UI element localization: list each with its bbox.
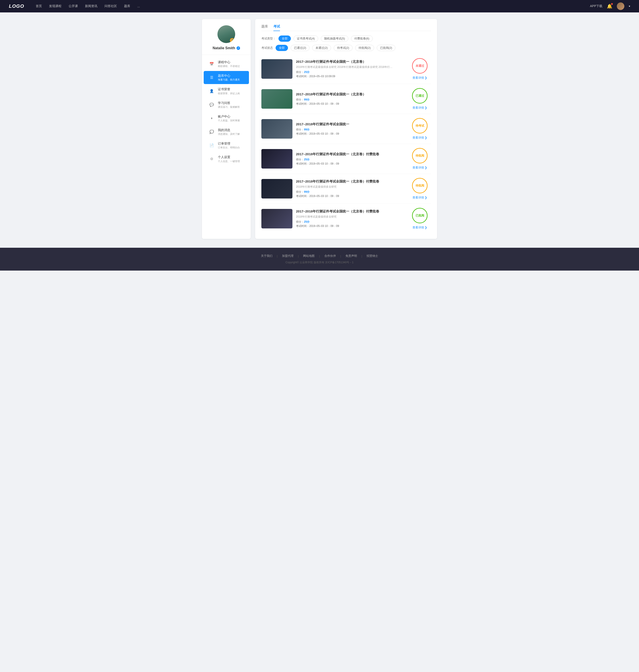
filter-status-row: 考试状态 全部已通过(2)未通过(2)待考试(2)待批阅(2)已批阅(2) bbox=[261, 45, 431, 51]
footer-link-1[interactable]: 加盟代理 bbox=[282, 254, 294, 258]
content-tab-bar: 题库 考试 bbox=[261, 25, 431, 31]
sidebar-item-subtitle-course: 精彩课程、不容错过 bbox=[218, 65, 245, 68]
exam-title-4: 2017–2018年行测证件考试全国统一（北京卷）付费批卷 bbox=[296, 179, 405, 183]
main-wrapper: 🏅 Natalie Smith ✓ 📅 课程中心 精彩课程、不容错过 ☰ 题库中… bbox=[198, 19, 441, 239]
exam-item-1: 2017–2018年行测证件考试全国统一（北京卷） 得分：99分 考试时间：20… bbox=[261, 84, 431, 114]
navbar: LOGO 首页 发现课程 公开课 新闻资讯 问答社区 题库 ... APP下载 … bbox=[0, 0, 639, 12]
filter-type-btn-3[interactable]: 付费批卷(6) bbox=[351, 35, 373, 42]
sidebar-item-subtitle-question-bank: 海量习题、助力通关 bbox=[218, 78, 245, 81]
exam-item-4: 2017–2018年行测证件考试全国统一（北京卷）付费批卷 2018年行测考试是… bbox=[261, 174, 431, 204]
exam-detail-link-1[interactable]: 查看详情 ❯ bbox=[412, 106, 427, 110]
footer-link-5[interactable]: 招贤纳士 bbox=[367, 254, 378, 258]
exam-thumb-5 bbox=[261, 209, 293, 228]
footer-link-2[interactable]: 网站地图 bbox=[303, 254, 315, 258]
sidebar-item-qa[interactable]: 💬 学习问答 课后温习、疑难解答 bbox=[204, 98, 249, 111]
nav-courses[interactable]: 发现课程 bbox=[49, 4, 61, 8]
sidebar-item-certificate[interactable]: 👤 证书荣誉 收获荣誉、持证上岗 bbox=[204, 84, 249, 98]
exam-meta-4: 得分：99分 考试时间：2019–05–03 10：09：09 bbox=[296, 190, 405, 198]
tab-exam[interactable]: 考试 bbox=[274, 25, 280, 31]
nav-question-bank[interactable]: 题库 bbox=[124, 4, 130, 8]
exam-meta-3: 得分：25分 考试时间：2019–05–03 10：09：09 bbox=[296, 158, 405, 166]
sidebar-avatar: 🏅 bbox=[217, 25, 235, 43]
exam-action-2: 待考试 查看详情 ❯ bbox=[409, 118, 431, 140]
sidebar-item-subtitle-orders: 订单支出、明明白白 bbox=[218, 146, 245, 149]
sidebar-item-account[interactable]: ♦ 账户中心 个人权益、实时掌握 bbox=[204, 112, 249, 125]
sidebar-item-subtitle-settings: 个人信息、一键管理 bbox=[218, 160, 245, 163]
exam-time-5: 考试时间：2019–05–03 10：09：09 bbox=[296, 224, 405, 228]
exam-detail-link-4[interactable]: 查看详情 ❯ bbox=[412, 196, 427, 199]
user-avatar[interactable] bbox=[617, 2, 624, 10]
filter-status-btn-5[interactable]: 已批阅(2) bbox=[377, 45, 395, 51]
exam-detail-link-0[interactable]: 查看详情 ❯ bbox=[412, 76, 427, 80]
footer-link-0[interactable]: 关于我们 bbox=[261, 254, 272, 258]
footer-divider-2: | bbox=[298, 254, 299, 258]
exam-thumb-3 bbox=[261, 149, 293, 169]
exam-time-4: 考试时间：2019–05–03 10：09：09 bbox=[296, 194, 405, 198]
filter-status-btn-2[interactable]: 未通过(2) bbox=[312, 45, 331, 51]
exam-desc-4: 2018年行测考试是最值得多去研究 bbox=[296, 185, 405, 189]
nav-qa[interactable]: 问答社区 bbox=[105, 4, 117, 8]
footer: 关于我们|加盟代理|网站地图|合作伙伴|免责声明|招贤纳士 Copyright©… bbox=[0, 248, 639, 271]
sidebar-item-title-question-bank: 题库中心 bbox=[218, 74, 245, 78]
exam-desc-0: 2018年行测考试是最值得多去研究 2018年行测考试是最值得多去研究 2018… bbox=[296, 65, 405, 69]
exam-info-3: 2017–2018年行测证件考试全国统一（北京卷）付费批卷 得分：25分 考试时… bbox=[296, 152, 405, 166]
sidebar-item-orders[interactable]: 📄 订单管理 订单支出、明明白白 bbox=[204, 139, 249, 152]
username-text: Natalie Smith bbox=[213, 46, 235, 50]
exam-meta-5: 得分：25分 考试时间：2019–05–03 10：09：09 bbox=[296, 220, 405, 228]
filter-type-btn-1[interactable]: 证书类考试(4) bbox=[294, 35, 318, 42]
sidebar-item-subtitle-qa: 课后温习、疑难解答 bbox=[218, 105, 245, 109]
footer-divider-3: | bbox=[319, 254, 320, 258]
filter-status-btn-1[interactable]: 已通过(2) bbox=[291, 45, 310, 51]
exam-stamp-5: 已批阅 bbox=[412, 208, 427, 223]
sidebar-item-subtitle-messages: 消息通知、及时了解 bbox=[218, 132, 245, 136]
filter-status-btn-0[interactable]: 全部 bbox=[276, 45, 288, 51]
exam-detail-link-2[interactable]: 查看详情 ❯ bbox=[412, 136, 427, 140]
sidebar-item-title-account: 账户中心 bbox=[218, 114, 245, 118]
filter-status-btn-3[interactable]: 待考试(2) bbox=[334, 45, 353, 51]
sidebar-item-settings[interactable]: ⚙ 个人设置 个人信息、一键管理 bbox=[204, 153, 249, 165]
content-area: 题库 考试 考试类型： 全部证书类考试(4)随机抽题考试(5)付费批卷(6) 考… bbox=[255, 19, 437, 239]
nav-open-course[interactable]: 公开课 bbox=[68, 4, 78, 8]
exam-stamp-1: 已通过 bbox=[412, 88, 427, 103]
sidebar-item-course[interactable]: 📅 课程中心 精彩课程、不容错过 bbox=[204, 58, 249, 70]
sidebar-item-messages[interactable]: 💭 我的消息 消息通知、及时了解 bbox=[204, 125, 249, 139]
qa-icon: 💬 bbox=[208, 101, 215, 108]
footer-divider-5: | bbox=[361, 254, 362, 258]
exam-list: 2017–2018年行测证件考试全国统一（北京卷） 2018年行测考试是最值得多… bbox=[261, 54, 431, 234]
app-download-link[interactable]: APP下载 bbox=[590, 4, 603, 8]
user-menu-chevron[interactable]: ▾ bbox=[629, 5, 630, 8]
exam-item-5: 2017–2018年行测证件考试全国统一（北京卷）付费批卷 2018年行测考试是… bbox=[261, 204, 431, 234]
footer-link-3[interactable]: 合作伙伴 bbox=[324, 254, 336, 258]
exam-detail-link-3[interactable]: 查看详情 ❯ bbox=[412, 166, 427, 170]
exam-info-5: 2017–2018年行测证件考试全国统一（北京卷）付费批卷 2018年行测考试是… bbox=[296, 209, 405, 228]
exam-item-3: 2017–2018年行测证件考试全国统一（北京卷）付费批卷 得分：25分 考试时… bbox=[261, 144, 431, 174]
notification-bell[interactable]: 🔔 bbox=[607, 3, 612, 9]
settings-icon: ⚙ bbox=[208, 156, 215, 163]
sidebar-item-question-bank[interactable]: ☰ 题库中心 海量习题、助力通关 bbox=[204, 71, 249, 84]
sidebar-item-title-messages: 我的消息 bbox=[218, 128, 245, 132]
exam-info-2: 2017–2018年行测证件考试全国统一 得分：99分 考试时间：2019–05… bbox=[296, 122, 405, 136]
sidebar-item-subtitle-certificate: 收获荣誉、持证上岗 bbox=[218, 92, 245, 95]
sidebar-item-title-certificate: 证书荣誉 bbox=[218, 87, 245, 91]
nav-home[interactable]: 首页 bbox=[36, 4, 42, 8]
exam-meta-1: 得分：99分 考试时间：2019–05–03 10：09：09 bbox=[296, 98, 405, 106]
exam-detail-link-5[interactable]: 查看详情 ❯ bbox=[412, 226, 427, 229]
exam-action-5: 已批阅 查看详情 ❯ bbox=[409, 208, 431, 229]
navbar-right: APP下载 🔔 ▾ bbox=[590, 2, 630, 10]
tab-question-bank[interactable]: 题库 bbox=[261, 25, 268, 31]
question-bank-icon: ☰ bbox=[208, 74, 215, 81]
filter-type-btn-2[interactable]: 随机抽题考试(5) bbox=[321, 35, 348, 42]
filter-type-btn-0[interactable]: 全部 bbox=[278, 35, 291, 42]
exam-info-0: 2017–2018年行测证件考试全国统一（北京卷） 2018年行测考试是最值得多… bbox=[296, 60, 405, 78]
verified-icon: ✓ bbox=[236, 46, 240, 50]
exam-info-1: 2017–2018年行测证件考试全国统一（北京卷） 得分：99分 考试时间：20… bbox=[296, 92, 405, 106]
exam-thumb-2 bbox=[261, 119, 293, 139]
exam-title-1: 2017–2018年行测证件考试全国统一（北京卷） bbox=[296, 92, 405, 96]
footer-link-4[interactable]: 免责声明 bbox=[345, 254, 357, 258]
filter-status-btn-4[interactable]: 待批阅(2) bbox=[355, 45, 374, 51]
nav-news[interactable]: 新闻资讯 bbox=[85, 4, 97, 8]
messages-icon: 💭 bbox=[208, 128, 215, 135]
logo[interactable]: LOGO bbox=[9, 3, 24, 9]
sidebar-item-title-settings: 个人设置 bbox=[218, 155, 245, 159]
nav-more[interactable]: ... bbox=[137, 4, 140, 8]
